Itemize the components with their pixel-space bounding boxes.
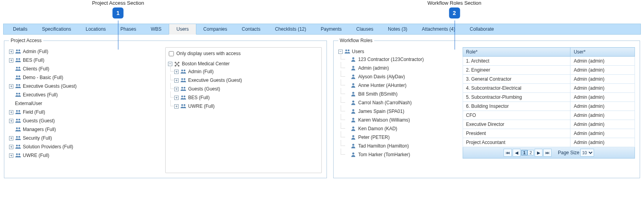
tab-payments[interactable]: Payments xyxy=(314,24,349,34)
tree-item-org[interactable]: Boston Medical CenterAdmin (Full)Executi… xyxy=(168,59,319,111)
cell-role[interactable]: Executive Director xyxy=(463,120,570,129)
tree-toggle[interactable] xyxy=(9,50,13,54)
tree-item[interactable]: Admin (Full) xyxy=(174,67,319,76)
tab-companies[interactable]: Companies xyxy=(196,24,235,34)
only-display-checkbox[interactable] xyxy=(169,51,174,56)
tree-item-label[interactable]: Tad Hamilton (Hamilton) xyxy=(358,142,409,150)
cell-user[interactable]: Admin (admin) xyxy=(570,102,635,111)
tree-item-label[interactable]: Guests (Guest) xyxy=(188,85,220,92)
tree-item[interactable]: Tom Harker (TomHarker) xyxy=(345,150,456,159)
tree-item[interactable]: Ken Damon (KAD) xyxy=(345,124,456,133)
tree-item-label[interactable]: Anne Hunter (AHunter) xyxy=(358,82,407,89)
tab-notes-3-[interactable]: Notes (3) xyxy=(381,24,415,34)
cell-user[interactable]: Admin (admin) xyxy=(570,120,635,129)
tree-item[interactable]: UWRE (Full) xyxy=(9,151,160,160)
tree-item[interactable]: BES (Full) xyxy=(9,56,160,65)
tree-item[interactable]: Admin (admin) xyxy=(345,64,456,72)
tab-specifications[interactable]: Specifications xyxy=(35,24,79,34)
table-header-role[interactable]: Role* xyxy=(463,48,570,57)
tree-item-label[interactable]: Guests (Guest) xyxy=(23,117,55,124)
tree-item[interactable]: Clients (Full) xyxy=(9,65,160,73)
tree-toggle[interactable] xyxy=(174,70,179,74)
pager-prev-button[interactable]: ◀ xyxy=(513,149,520,157)
tree-item-label[interactable]: Field (Full) xyxy=(23,109,45,116)
tree-item-label[interactable]: Carrol Nash (CarrolNash) xyxy=(358,99,412,106)
tree-item-label[interactable]: Ken Damon (KAD) xyxy=(358,125,397,132)
cell-role[interactable]: 4. Subcontractor-Electrical xyxy=(463,84,570,93)
tree-toggle[interactable] xyxy=(174,87,179,91)
tree-toggle[interactable] xyxy=(174,96,179,100)
tree-item-label[interactable]: Executives (Full) xyxy=(23,91,58,98)
tree-item-label[interactable]: Peter (PETER) xyxy=(358,134,390,141)
table-row[interactable]: 2. EngineerAdmin (admin) xyxy=(463,66,635,75)
tree-item-label[interactable]: Clients (Full) xyxy=(23,65,49,72)
tree-item-label[interactable]: Users xyxy=(352,48,364,55)
tree-item[interactable]: Bill Smith (BSmith) xyxy=(345,90,456,98)
tree-item-label[interactable]: Bill Smith (BSmith) xyxy=(358,90,398,98)
tree-item[interactable]: Guests (Guest) xyxy=(174,85,319,93)
tree-toggle[interactable] xyxy=(174,104,179,109)
table-row[interactable]: 5. Subcontractor-PlumbingAdmin (admin) xyxy=(463,93,635,102)
cell-role[interactable]: CFO xyxy=(463,111,570,120)
tab-checklists-12-[interactable]: Checklists (12) xyxy=(268,24,314,34)
tree-item-label[interactable]: Executive Guests (Guest) xyxy=(23,83,77,90)
tree-item[interactable]: Field (Full) xyxy=(9,108,160,116)
tree-item[interactable]: BES (Full) xyxy=(174,93,319,102)
tree-item[interactable]: Anne Hunter (AHunter) xyxy=(345,81,456,90)
pager-page-button[interactable]: 1 xyxy=(521,150,528,155)
tab-contacts[interactable]: Contacts xyxy=(235,24,268,34)
tree-item[interactable]: Karen Watson (Williams) xyxy=(345,116,456,124)
table-row[interactable]: Executive DirectorAdmin (admin) xyxy=(463,120,635,129)
cell-user[interactable]: Admin (admin) xyxy=(570,129,635,138)
tree-item-label[interactable]: Boston Medical Center xyxy=(182,60,229,67)
tree-item[interactable]: Executive Guests (Guest) xyxy=(9,82,160,90)
cell-user[interactable]: Admin (admin) xyxy=(570,75,635,84)
tree-toggle[interactable] xyxy=(9,136,13,140)
tree-item-label[interactable]: Tom Harker (TomHarker) xyxy=(358,151,410,158)
pager-next-button[interactable]: ▶ xyxy=(535,149,543,157)
cell-role[interactable]: 3. General Contractor xyxy=(463,75,570,84)
only-display-label[interactable]: Only display users with access xyxy=(176,51,240,56)
tree-item[interactable]: UWRE (Full) xyxy=(174,102,319,111)
tab-attachments-4-[interactable]: Attachments (4) xyxy=(415,24,463,34)
tree-item-label[interactable]: Managers (Full) xyxy=(23,126,56,133)
tree-item-label[interactable]: Security (Full) xyxy=(23,135,52,142)
tree-item-label[interactable]: ExternalUser xyxy=(15,100,42,107)
pager-page-size-select[interactable]: 10 xyxy=(580,149,594,157)
pager-last-button[interactable]: ⏭ xyxy=(543,149,552,157)
cell-role[interactable]: 6. Building Inspector xyxy=(463,102,570,111)
tree-toggle[interactable] xyxy=(168,62,172,66)
tree-item[interactable]: Demo - Basic (Full) xyxy=(9,73,160,82)
table-row[interactable]: 6. Building InspectorAdmin (admin) xyxy=(463,102,635,111)
tree-toggle[interactable] xyxy=(9,153,13,158)
pager-page-button[interactable]: 2 xyxy=(528,150,534,155)
cell-user[interactable]: Admin (admin) xyxy=(570,111,635,120)
cell-role[interactable]: 5. Subcontractor-Plumbing xyxy=(463,93,570,102)
table-header-user[interactable]: User* xyxy=(570,48,635,57)
tree-toggle[interactable] xyxy=(338,50,343,54)
tree-toggle[interactable] xyxy=(9,145,13,149)
tree-item[interactable]: Solution Providers (Full) xyxy=(9,142,160,151)
tab-users[interactable]: Users xyxy=(169,24,196,35)
tree-item-label[interactable]: Admin (admin) xyxy=(358,65,389,72)
cell-user[interactable]: Admin (admin) xyxy=(570,138,635,147)
tab-collaborate[interactable]: Collaborate xyxy=(463,24,501,34)
tree-item-label[interactable]: James Spain (SPA01) xyxy=(358,108,404,115)
tree-toggle[interactable] xyxy=(9,84,13,89)
tree-item[interactable]: Carrol Nash (CarrolNash) xyxy=(345,98,456,107)
tree-toggle[interactable] xyxy=(174,78,179,83)
tree-item-label[interactable]: UWRE (Full) xyxy=(188,103,214,110)
tab-details[interactable]: Details xyxy=(6,24,35,34)
tree-item-label[interactable]: 123 Contractor (123Contractor) xyxy=(358,56,424,63)
tree-toggle[interactable] xyxy=(9,110,13,114)
tree-toggle[interactable] xyxy=(9,58,13,63)
table-row[interactable]: CFOAdmin (admin) xyxy=(463,111,635,120)
tree-item[interactable]: Alyson Davis (AlyDav) xyxy=(345,72,456,81)
tree-item-label[interactable]: BES (Full) xyxy=(23,57,44,64)
tree-item-label[interactable]: Admin (Full) xyxy=(188,68,214,75)
table-row[interactable]: Project AccountantAdmin (admin) xyxy=(463,138,635,147)
tree-item[interactable]: Executives (Full) xyxy=(9,90,160,99)
tree-item[interactable]: Tad Hamilton (Hamilton) xyxy=(345,142,456,150)
tree-item[interactable]: Managers (Full) xyxy=(9,125,160,134)
tree-item[interactable]: Peter (PETER) xyxy=(345,133,456,142)
